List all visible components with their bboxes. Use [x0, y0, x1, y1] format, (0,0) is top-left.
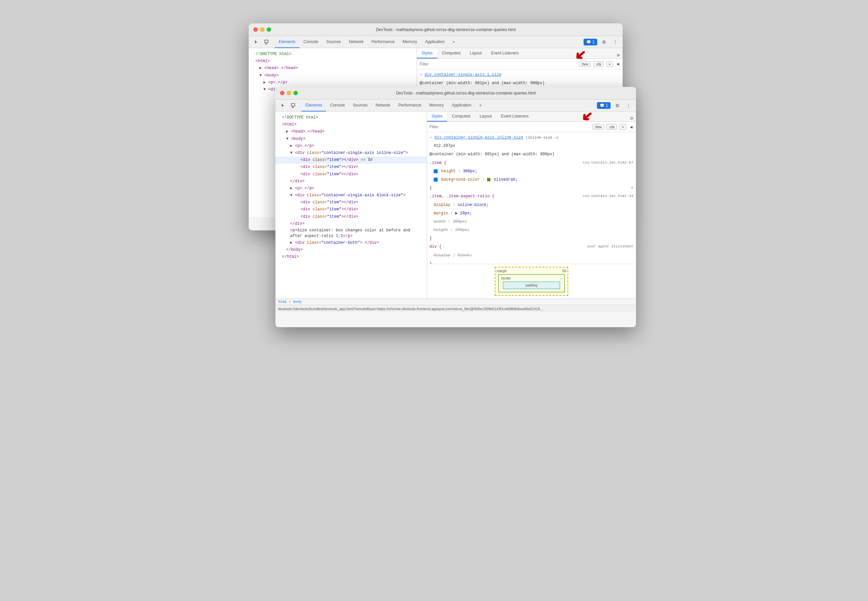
- menu-icon-back[interactable]: ⋮: [611, 37, 620, 47]
- window-title-back: DevTools - mathiasbynens.github.io/css-d…: [274, 27, 618, 32]
- filter-input-back[interactable]: [420, 62, 574, 66]
- html-line-body-f[interactable]: ▼ <body>: [276, 136, 426, 143]
- settings-icon-back[interactable]: ⚙: [599, 37, 609, 47]
- html-line-body[interactable]: ▼ <body>: [249, 72, 417, 79]
- tab-list-front: Elements Console Sources Network Perform…: [302, 99, 486, 111]
- html-line-html[interactable]: <html>: [249, 58, 417, 65]
- close-button-front[interactable]: [280, 91, 285, 95]
- tab-console-back[interactable]: Console: [300, 36, 322, 48]
- html-line-item1-f[interactable]: <div class="item"></div> == $0: [276, 157, 426, 163]
- html-panel-front[interactable]: <!DOCTYPE html> <html> ▶ <head>…</head> …: [276, 111, 427, 299]
- tab-more-back[interactable]: »: [449, 36, 459, 48]
- maximize-button-back[interactable]: [267, 27, 271, 32]
- css-selector-link-element[interactable]: div.container-single-axis.inline-size: [434, 135, 523, 140]
- css-prop-bgcolor: background-color : olivedrab;: [427, 175, 636, 184]
- css-rule-item-close: } +: [427, 184, 636, 192]
- breadcrumb-html[interactable]: html: [278, 300, 287, 304]
- css-prop-display-ua: display : block;: [427, 252, 636, 260]
- cls-button-front[interactable]: .cls: [607, 124, 617, 130]
- html-line-head[interactable]: ▶ <head>…</head>: [249, 65, 417, 72]
- html-line-item6-f[interactable]: <div class="item"></div>: [276, 214, 426, 220]
- cls-button-back[interactable]: .cls: [593, 61, 604, 67]
- tab-memory-front[interactable]: Memory: [425, 99, 448, 111]
- add-property-btn[interactable]: +: [631, 185, 633, 191]
- inspect-icon[interactable]: [262, 37, 271, 47]
- html-line-head-f[interactable]: ▶ <head>…</head>: [276, 128, 426, 135]
- html-line-p1-f[interactable]: ▶ <p>…</p>: [276, 143, 426, 149]
- tab-application-back[interactable]: Application: [421, 36, 449, 48]
- devtools-body-front: <!DOCTYPE html> <html> ▶ <head>…</head> …: [276, 111, 636, 299]
- cursor-icon[interactable]: [251, 37, 261, 47]
- tab-performance-back[interactable]: Performance: [368, 36, 399, 48]
- html-line-item4-f[interactable]: <div class="item"></div>: [276, 199, 426, 206]
- styles-more-front[interactable]: »: [630, 114, 636, 122]
- html-line-item2-f[interactable]: <div class="item"></div>: [276, 163, 426, 171]
- style-tab-layout-back[interactable]: Layout: [465, 49, 486, 58]
- style-tab-layout-front[interactable]: Layout: [475, 111, 496, 122]
- html-line-p2-f[interactable]: ▶ <p>…</p>: [276, 185, 426, 192]
- add-style-button-front[interactable]: +: [620, 124, 626, 130]
- html-line-div-inline-f[interactable]: ▼ <div class="container-single-axis inli…: [276, 149, 426, 157]
- css-rule-element: → div.container-single-axis.inline-size …: [427, 134, 636, 142]
- css-rule-at-container-front: @container (min-width: 601px) and (max-w…: [427, 150, 636, 159]
- html-line-doctype-f: <!DOCTYPE html>: [276, 114, 426, 121]
- html-line-div-block-f[interactable]: ▼ <div class="container-single-axis bloc…: [276, 192, 426, 199]
- tab-elements-front[interactable]: Elements: [302, 99, 326, 111]
- title-bar-front: DevTools - mathiasbynens.github.io/css-d…: [276, 87, 636, 99]
- tab-console-front[interactable]: Console: [326, 99, 349, 111]
- chat-button-back[interactable]: 💬 1: [583, 39, 597, 46]
- hov-button-front[interactable]: :hov: [592, 124, 604, 130]
- tab-sources-back[interactable]: Sources: [322, 36, 345, 48]
- style-tab-computed-back[interactable]: Computed: [437, 49, 465, 58]
- style-tab-styles-front[interactable]: Styles: [427, 111, 447, 122]
- tab-network-back[interactable]: Network: [345, 36, 368, 48]
- checkbox-height[interactable]: [434, 169, 438, 173]
- styles-more-back[interactable]: »: [617, 52, 623, 58]
- chat-count-back: 1: [592, 40, 595, 44]
- breadcrumb-body[interactable]: body: [293, 300, 302, 304]
- close-button-back[interactable]: [253, 27, 258, 32]
- chat-button-front[interactable]: 💬 1: [597, 102, 611, 109]
- style-tab-event-back[interactable]: Event Listeners: [486, 49, 524, 58]
- html-line-closebody-f: </body>: [276, 246, 426, 253]
- css-selector-link-1[interactable]: div.container-single-axis.i…size: [424, 72, 501, 77]
- minimize-button-back[interactable]: [260, 27, 264, 32]
- html-line-doctype: <!DOCTYPE html>: [249, 51, 417, 58]
- tab-performance-front[interactable]: Performance: [394, 99, 425, 111]
- filter-input-front[interactable]: [429, 125, 587, 129]
- styles-tabs-front: Styles Computed Layout Event Listeners »: [427, 111, 636, 122]
- maximize-button-front[interactable]: [294, 91, 298, 95]
- tab-application-front[interactable]: Application: [448, 99, 475, 111]
- html-line-item5-f[interactable]: <div class="item"></div>: [276, 206, 426, 213]
- add-style-button-back[interactable]: +: [606, 61, 613, 67]
- tab-network-front[interactable]: Network: [372, 99, 394, 111]
- menu-icon-front[interactable]: ⋮: [624, 101, 633, 110]
- tab-elements-back[interactable]: Elements: [275, 36, 300, 48]
- style-tab-event-front[interactable]: Event Listeners: [496, 111, 533, 122]
- html-line-div-both-f[interactable]: ▶ <div class="container-both">…</div>: [276, 239, 426, 246]
- css-rule-at-container: @container (min-width: 601px) and (max-w…: [417, 79, 623, 87]
- style-tab-styles-back[interactable]: Styles: [417, 49, 437, 58]
- inspect-icon-front[interactable]: [289, 101, 298, 110]
- devtools-window-front: DevTools - mathiasbynens.github.io/css-d…: [276, 87, 636, 327]
- css-prop-width: width : 200px;: [427, 218, 636, 226]
- css-rule-div-ua-close: }: [427, 260, 636, 264]
- minimize-button-front[interactable]: [287, 91, 291, 95]
- html-line-html-f[interactable]: <html>: [276, 121, 426, 128]
- tab-sources-front[interactable]: Sources: [349, 99, 372, 111]
- close-style-icon-back[interactable]: ◄: [615, 61, 620, 66]
- close-style-icon-front[interactable]: ◄: [629, 125, 633, 130]
- hov-button-back[interactable]: :hov: [579, 61, 591, 67]
- toolbar-right-back: 💬 1 ⚙ ⋮: [583, 37, 620, 47]
- style-tab-computed-front[interactable]: Computed: [447, 111, 475, 122]
- checkbox-bgcolor[interactable]: [434, 178, 438, 182]
- cursor-icon-front[interactable]: [278, 101, 288, 110]
- html-line-p1[interactable]: ▶ <p>…</p>: [249, 79, 417, 86]
- tab-more-front[interactable]: »: [475, 99, 486, 111]
- title-bar-back: DevTools - mathiasbynens.github.io/css-d…: [249, 23, 623, 36]
- devtools-toolbar-back: Elements Console Sources Network Perform…: [249, 36, 623, 48]
- settings-icon-front[interactable]: ⚙: [613, 101, 622, 110]
- tab-memory-back[interactable]: Memory: [399, 36, 421, 48]
- css-rule-selector-1: → div.container-single-axis.i…size: [417, 71, 623, 79]
- html-line-item3-f[interactable]: <div class="item"></div>: [276, 171, 426, 178]
